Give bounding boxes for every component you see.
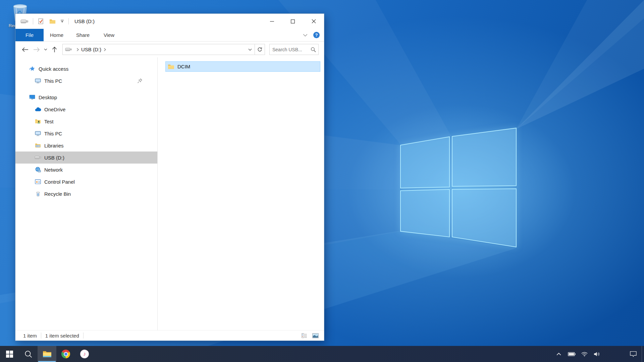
refresh-icon [257,47,262,52]
libraries-icon [35,142,41,148]
sidebar-item-label: Network [44,167,63,173]
folder-icon [168,64,174,69]
file-item-name: DCIM [177,64,190,69]
sidebar-item-network[interactable]: Network [15,164,157,176]
action-center-icon [630,351,637,357]
system-tray [552,346,644,362]
status-bar: 1 item 1 item selected [15,330,324,341]
file-list-panel[interactable]: DCIM [158,57,324,330]
chevron-up-icon [556,353,561,356]
chevron-down-icon [60,20,64,23]
wifi-icon [581,352,588,357]
taskbar-search-button[interactable] [19,346,38,362]
search-icon [311,47,316,52]
sidebar-item-recycle-bin[interactable]: Recycle Bin [15,188,157,200]
qat-customize-button[interactable] [59,19,66,23]
recent-locations-button[interactable] [42,48,49,51]
window-usb-drive-icon [19,18,30,24]
this-pc-icon [35,78,41,84]
up-arrow-icon [52,47,57,53]
sidebar-item-quick-access[interactable]: Quick access [15,63,157,75]
itunes-icon: ♪ [80,350,89,358]
usb-drive-icon [35,156,41,160]
separator [41,333,41,339]
sidebar-item-label: Recycle Bin [44,191,71,197]
breadcrumb-drive[interactable]: USB (D:) [81,47,101,52]
help-button[interactable]: ? [313,32,320,38]
separator [68,18,69,24]
close-icon [312,19,316,23]
chevron-down-icon [303,34,308,37]
volume-indicator[interactable] [591,346,603,362]
ribbon-tab-row: File Home Share View ? [15,29,324,42]
breadcrumb-chevron-icon [76,48,79,51]
sidebar-item-usb-drive[interactable]: USB (D:) [15,152,157,164]
separator [83,333,84,339]
up-button[interactable] [49,47,60,53]
large-icons-view-button[interactable] [312,333,319,339]
sidebar-item-test[interactable]: Test [15,115,157,127]
user-folder-icon [35,118,41,124]
recycle-bin-icon [35,191,41,197]
search-box[interactable] [269,44,319,55]
start-button[interactable] [0,346,19,362]
properties-check-icon [38,18,44,24]
control-panel-icon [35,179,41,185]
titlebar[interactable]: USB (D:) [15,14,324,29]
window-title: USB (D:) [74,18,95,24]
address-dropdown-button[interactable] [245,48,255,51]
chevron-down-icon [44,48,47,51]
taskbar-itunes-button[interactable]: ♪ [75,346,94,362]
sidebar-item-control-panel[interactable]: Control Panel [15,176,157,188]
wifi-indicator[interactable] [578,346,591,362]
usb-drive-icon [65,47,72,52]
sidebar-item-label: This PC [44,131,62,136]
taskbar-file-explorer-button[interactable] [38,346,56,362]
chevron-down-icon [248,48,252,51]
expand-ribbon-button[interactable] [303,34,308,37]
refresh-button[interactable] [255,44,265,55]
forward-button[interactable] [31,47,42,52]
maximize-button[interactable] [282,14,303,29]
volume-icon [594,352,601,357]
file-item-dcim[interactable]: DCIM [165,61,320,72]
sidebar-item-libraries[interactable]: Libraries [15,139,157,152]
maximize-icon [291,19,295,23]
sidebar-item-desktop[interactable]: Desktop [15,91,157,103]
show-desktop-button[interactable] [642,346,644,362]
search-icon [24,350,32,358]
tab-share[interactable]: Share [70,29,96,41]
minimize-button[interactable] [262,14,282,29]
navigation-toolbar: USB (D:) [15,42,324,57]
hidden-icons-button[interactable] [552,346,565,362]
action-center-button[interactable] [625,346,642,362]
navigation-pane: Quick access This PC Desktop [15,57,158,330]
large-icons-view-icon [312,333,319,338]
windows-logo-wallpaper [400,127,517,247]
tab-home[interactable]: Home [44,29,70,41]
sidebar-item-this-pc[interactable]: This PC [15,127,157,139]
sidebar-item-label: Quick access [39,66,68,72]
taskbar-chrome-button[interactable] [56,346,75,362]
status-item-count: 1 item [23,333,37,339]
qat-properties-button[interactable] [36,17,46,25]
quick-access-star-icon [29,66,36,72]
breadcrumb-chevron-icon[interactable] [104,48,106,51]
network-icon [35,167,41,173]
forward-arrow-icon [33,47,40,52]
details-view-button[interactable] [301,333,308,339]
sidebar-item-label: USB (D:) [44,155,64,161]
desktop-icon [29,94,36,100]
address-bar[interactable]: USB (D:) [62,44,255,55]
file-explorer-icon [43,350,52,358]
minimize-icon [270,21,274,22]
tab-file[interactable]: File [15,29,44,41]
battery-indicator[interactable] [565,346,578,362]
close-button[interactable] [303,14,324,29]
sidebar-item-onedrive[interactable]: OneDrive [15,103,157,115]
search-input[interactable] [272,47,310,52]
sidebar-item-this-pc-pinned[interactable]: This PC [15,75,157,87]
qat-new-folder-button[interactable] [48,18,57,25]
back-button[interactable] [19,47,31,52]
tab-view[interactable]: View [96,29,122,41]
